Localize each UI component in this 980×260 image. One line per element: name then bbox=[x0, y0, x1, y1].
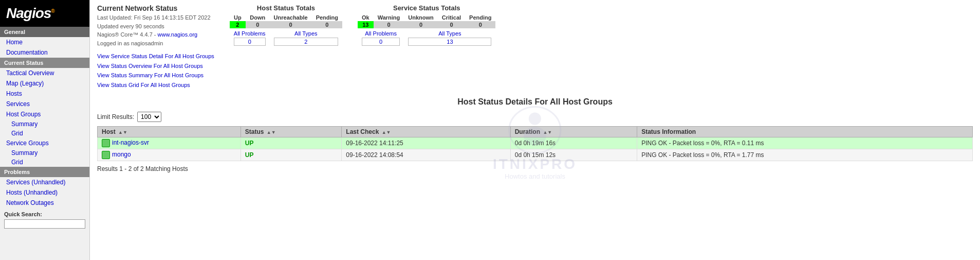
host-details-title: Host Status Details For All Host Groups bbox=[97, 97, 973, 107]
problems-section-header: Problems bbox=[0, 167, 89, 177]
current-status-section-header: Current Status bbox=[0, 58, 89, 68]
host-val-unreachable[interactable]: 0 bbox=[270, 21, 312, 28]
last-check-cell: 09-16-2022 14:11:25 bbox=[342, 137, 510, 149]
cns-last-updated: Last Updated: Fri Sep 16 14:13:15 EDT 20… bbox=[97, 13, 214, 47]
last-check-cell: 09-16-2022 14:08:54 bbox=[342, 149, 510, 161]
status-cell: UP bbox=[241, 137, 342, 149]
host-col-pending: Pending bbox=[312, 14, 342, 21]
general-section-header: General bbox=[0, 27, 89, 37]
sidebar-item-host-groups-grid[interactable]: Grid bbox=[0, 129, 89, 138]
col-status-info: Status Information bbox=[637, 126, 973, 137]
svc-col-pending: Pending bbox=[465, 14, 495, 21]
host-cell: int-nagios-svr bbox=[98, 137, 241, 149]
svc-col-ok: Ok bbox=[358, 14, 374, 21]
sidebar-item-hosts-unhandled[interactable]: Hosts (Unhandled) bbox=[0, 187, 89, 198]
sidebar-item-host-groups[interactable]: Host Groups bbox=[0, 109, 89, 119]
quick-search-input[interactable] bbox=[4, 219, 85, 229]
host-col-up: Up bbox=[230, 14, 246, 21]
current-network-status: Current Network Status Last Updated: Fri… bbox=[97, 4, 214, 90]
watermark-area: ITNIXPRO Howtos and tutorials Limit Resu… bbox=[97, 112, 973, 172]
cns-title: Current Network Status bbox=[97, 4, 214, 12]
host-details-section: Host Status Details For All Host Groups … bbox=[97, 97, 973, 172]
main-content: Current Network Status Last Updated: Fri… bbox=[90, 0, 980, 260]
sidebar-item-services-unhandled[interactable]: Services (Unhandled) bbox=[0, 177, 89, 187]
sidebar-item-tactical-overview[interactable]: Tactical Overview bbox=[0, 68, 89, 78]
host-table: Host ▲▼ Status ▲▼ Last Check ▲▼ Durati bbox=[97, 126, 973, 161]
results-text: Results 1 - 2 of 2 Matching Hosts bbox=[97, 165, 973, 172]
duration-cell: 0d 0h 19m 16s bbox=[510, 137, 637, 149]
duration-sort-icon[interactable]: ▲▼ bbox=[543, 130, 552, 135]
svc-val-ok[interactable]: 13 bbox=[358, 21, 374, 28]
host-all-types-label[interactable]: All Types bbox=[270, 28, 342, 37]
status-info-cell: PING OK - Packet loss = 0%, RTA = 1.77 m… bbox=[637, 149, 973, 161]
sidebar-item-host-groups-summary[interactable]: Summary bbox=[0, 119, 89, 129]
host-col-down: Down bbox=[246, 14, 270, 21]
logo-area: Nagios® bbox=[0, 0, 89, 27]
svc-types-value[interactable]: 13 bbox=[404, 37, 495, 46]
svc-all-types-label[interactable]: All Types bbox=[404, 28, 495, 37]
host-status-icon bbox=[102, 151, 110, 159]
limit-results-select[interactable]: 100 25 50 250 500 bbox=[137, 112, 161, 122]
host-problems-value[interactable]: 0 bbox=[230, 37, 270, 46]
host-status-table: Up Down Unreachable Pending 2 0 0 0 All … bbox=[230, 14, 342, 46]
host-val-up[interactable]: 2 bbox=[230, 21, 246, 28]
limit-results-label: Limit Results: bbox=[97, 113, 134, 120]
svc-val-warning[interactable]: 0 bbox=[374, 21, 404, 28]
svc-col-warning: Warning bbox=[374, 14, 404, 21]
svc-val-unknown[interactable]: 0 bbox=[404, 21, 438, 28]
sidebar-item-service-groups-grid[interactable]: Grid bbox=[0, 158, 89, 167]
view-status-grid-link[interactable]: View Status Grid For All Host Groups bbox=[97, 80, 214, 90]
sidebar-item-hosts[interactable]: Hosts bbox=[0, 89, 89, 99]
sidebar: Nagios® General Home Documentation Curre… bbox=[0, 0, 90, 260]
quick-search-label: Quick Search: bbox=[0, 208, 89, 218]
table-row: mongoUP09-16-2022 14:08:540d 0h 15m 12sP… bbox=[98, 149, 973, 161]
host-table-body: int-nagios-svrUP09-16-2022 14:11:250d 0h… bbox=[98, 137, 973, 161]
nagios-logo: Nagios® bbox=[6, 5, 54, 22]
host-status-totals-title: Host Status Totals bbox=[230, 4, 342, 12]
status-sort-icon[interactable]: ▲▼ bbox=[267, 130, 276, 135]
sidebar-item-services[interactable]: Services bbox=[0, 99, 89, 109]
view-service-status-link[interactable]: View Service Status Detail For All Host … bbox=[97, 51, 214, 61]
col-host: Host ▲▼ bbox=[98, 126, 241, 137]
logo-trademark: ® bbox=[51, 8, 54, 14]
host-col-unreachable: Unreachable bbox=[270, 14, 312, 21]
host-val-pending[interactable]: 0 bbox=[312, 21, 342, 28]
status-cell: UP bbox=[241, 149, 342, 161]
host-status-icon bbox=[102, 139, 110, 147]
header-section: Current Network Status Last Updated: Fri… bbox=[97, 4, 973, 90]
host-cell: mongo bbox=[98, 149, 241, 161]
svc-all-problems-label[interactable]: All Problems bbox=[358, 28, 404, 37]
sidebar-item-documentation[interactable]: Documentation bbox=[0, 47, 89, 58]
svc-val-critical[interactable]: 0 bbox=[438, 21, 465, 28]
duration-cell: 0d 0h 15m 12s bbox=[510, 149, 637, 161]
svc-col-unknown: Unknown bbox=[404, 14, 438, 21]
sidebar-item-network-outages[interactable]: Network Outages bbox=[0, 198, 89, 208]
col-status: Status ▲▼ bbox=[241, 126, 342, 137]
svc-col-critical: Critical bbox=[438, 14, 465, 21]
sidebar-item-service-groups-summary[interactable]: Summary bbox=[0, 148, 89, 158]
last-check-sort-icon[interactable]: ▲▼ bbox=[382, 130, 391, 135]
col-last-check: Last Check ▲▼ bbox=[342, 126, 510, 137]
service-status-table: Ok Warning Unknown Critical Pending 13 0… bbox=[358, 14, 495, 46]
host-status-totals: Host Status Totals Up Down Unreachable P… bbox=[230, 4, 342, 46]
host-link[interactable]: int-nagios-svr bbox=[112, 139, 149, 146]
col-duration: Duration ▲▼ bbox=[510, 126, 637, 137]
host-link[interactable]: mongo bbox=[112, 151, 131, 158]
service-status-totals-title: Service Status Totals bbox=[358, 4, 495, 12]
svc-problems-value[interactable]: 0 bbox=[358, 37, 404, 46]
limit-results-row: Limit Results: 100 25 50 250 500 bbox=[97, 112, 973, 122]
sidebar-item-map-legacy[interactable]: Map (Legacy) bbox=[0, 78, 89, 89]
sidebar-item-home[interactable]: Home bbox=[0, 37, 89, 47]
table-row: int-nagios-svrUP09-16-2022 14:11:250d 0h… bbox=[98, 137, 973, 149]
host-all-problems-label[interactable]: All Problems bbox=[230, 28, 270, 37]
service-status-totals: Service Status Totals Ok Warning Unknown… bbox=[358, 4, 495, 46]
host-val-down[interactable]: 0 bbox=[246, 21, 270, 28]
host-types-value[interactable]: 2 bbox=[270, 37, 342, 46]
view-status-summary-link[interactable]: View Status Summary For All Host Groups bbox=[97, 71, 214, 80]
svc-val-pending[interactable]: 0 bbox=[465, 21, 495, 28]
nagios-url[interactable]: www.nagios.org bbox=[158, 31, 198, 38]
view-status-overview-link[interactable]: View Status Overview For All Host Groups bbox=[97, 61, 214, 71]
host-sort-icon[interactable]: ▲▼ bbox=[118, 130, 127, 135]
sidebar-item-service-groups[interactable]: Service Groups bbox=[0, 138, 89, 148]
status-info-cell: PING OK - Packet loss = 0%, RTA = 0.11 m… bbox=[637, 137, 973, 149]
